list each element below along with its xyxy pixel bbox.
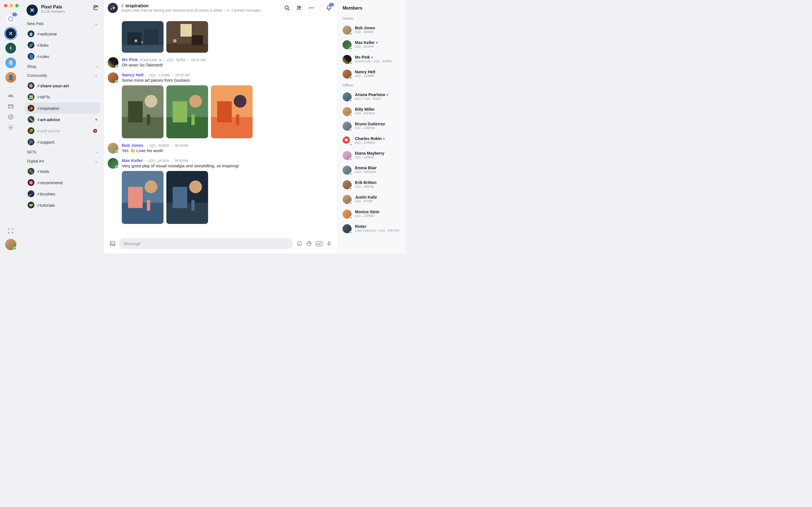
member-item[interactable]: Diana Mayberry zQ3…12B6cF — [343, 148, 403, 163]
group-digital-art[interactable]: Digital Art ⌄ — [25, 157, 100, 166]
channel-share-your-art[interactable]: 🎨 #share-your-art — [25, 80, 100, 91]
pixel-art-image[interactable] — [166, 86, 208, 138]
attach-image-button[interactable] — [109, 240, 116, 247]
member-item[interactable]: Ariana Pearlona● (Ari)•zQ3…8Ujlu7 — [343, 90, 403, 104]
members-online-header: Online — [343, 16, 403, 20]
member-avatar — [343, 210, 352, 219]
more-button[interactable] — [308, 5, 314, 11]
close-window[interactable] — [4, 4, 7, 7]
message-attachments — [122, 21, 332, 53]
member-name: Monica Stein — [355, 210, 403, 214]
channel-label: inspiration — [40, 106, 59, 111]
member-item[interactable]: Billy Miller zQ3…62P4eD — [343, 104, 403, 119]
channel-recommend[interactable]: 🎯 #recommend — [25, 177, 100, 188]
members-button[interactable] — [296, 5, 303, 11]
server-4[interactable]: 🧁 — [5, 57, 16, 68]
server-avatar[interactable] — [27, 4, 38, 16]
svg-point-24 — [145, 95, 157, 108]
member-avatar — [343, 69, 352, 78]
svg-point-3 — [10, 127, 11, 128]
compass-icon[interactable] — [7, 114, 14, 120]
group-nfts[interactable]: NFTs › — [25, 148, 100, 157]
channel-emoji: ✨ — [28, 105, 35, 112]
pixel-art-image[interactable] — [166, 21, 208, 53]
channel-inspiration[interactable]: ✨ #inspiration — [25, 103, 100, 114]
channel-tools[interactable]: 🔧 #tools — [25, 166, 100, 177]
presence-online-icon — [115, 151, 118, 154]
server-5[interactable]: 👤 — [5, 72, 16, 83]
pixel-art-image[interactable] — [122, 86, 163, 138]
member-item[interactable]: Nancy Helt zQ3…12A6fB — [343, 67, 403, 81]
member-item[interactable]: Justin Kallz zQ3…67I3tP — [343, 192, 403, 207]
member-item[interactable]: Monica Stein zQ3…12F6dC — [343, 207, 403, 221]
message-avatar[interactable] — [108, 72, 118, 83]
member-avatar — [343, 166, 352, 175]
presence-offline-icon — [349, 143, 352, 146]
group-shop[interactable]: Shop › — [25, 62, 100, 71]
chevron-down-icon: ⌄ — [94, 159, 98, 163]
direct-messages-server[interactable]: 1 — [5, 13, 16, 24]
channel-nfts[interactable]: 🖼️ #NFTs — [25, 91, 100, 103]
presence-online-icon — [115, 80, 118, 83]
channel-art-advice[interactable]: ✏️ #art-advice — [25, 114, 100, 125]
search-button[interactable] — [284, 5, 290, 11]
member-item[interactable]: Emma Blair zQ3…36O3eW — [343, 163, 403, 177]
zoom-window[interactable] — [15, 4, 18, 7]
notifications-button[interactable]: 2 — [326, 5, 332, 11]
message-avatar[interactable] — [108, 57, 118, 68]
pin-icon — [226, 9, 230, 12]
channel-links[interactable]: 🔗 #links — [25, 40, 100, 51]
message-author[interactable]: Nancy Helt — [122, 72, 144, 77]
channel-support[interactable]: 🛠️ #support — [25, 136, 100, 148]
server-3[interactable] — [5, 43, 16, 54]
rainbow-icon[interactable] — [7, 92, 14, 99]
members-title: Members — [343, 6, 403, 11]
pixelpals-server[interactable] — [5, 28, 16, 39]
members-offline-header: Offline — [343, 83, 403, 87]
pixel-art-image[interactable] — [122, 171, 163, 224]
channel-brushes[interactable]: 🖌️ #brushes — [25, 188, 100, 200]
message-author[interactable]: Max Keller — [122, 158, 143, 163]
server-member-count: 61.2K members — [41, 10, 89, 13]
svg-rect-1 — [8, 105, 13, 108]
verified-icon: ● — [376, 41, 378, 45]
member-item[interactable]: Charles Robin● zQ3…b24BAd — [343, 133, 403, 148]
emoji-button[interactable] — [297, 241, 302, 246]
svg-rect-30 — [192, 114, 195, 125]
member-item[interactable]: Ms Pink● (Carol Lee)•zQ3…9i2f8A — [343, 52, 403, 67]
message-avatar[interactable] — [108, 143, 118, 154]
member-item[interactable]: Bruno Gutierrez zQ3…u3BFBd — [343, 119, 403, 133]
member-name: Erik Britton — [355, 180, 403, 185]
new-message-button[interactable] — [93, 4, 98, 10]
group-new-pals[interactable]: New Pals ⌄ — [25, 19, 100, 28]
message-author[interactable]: Ms Pink — [122, 57, 138, 62]
sticker-button[interactable] — [306, 241, 312, 246]
channel-tutorials[interactable]: 🤝 #tutorials — [25, 200, 100, 211]
chevron-right-icon: › — [96, 150, 98, 154]
voice-button[interactable] — [326, 241, 332, 246]
presence-online-icon — [13, 247, 16, 250]
svg-point-8 — [311, 7, 312, 8]
presence-online-icon — [115, 166, 118, 169]
channel-welcome[interactable]: 🍵 #welcome — [25, 28, 100, 40]
channel-rules[interactable]: 📘 #rules — [25, 51, 100, 62]
member-item[interactable]: Bob Jones zQ3…9d4Ef0 — [343, 23, 403, 38]
message-author[interactable]: Bob Jones — [122, 143, 144, 148]
wallet-icon[interactable] — [7, 103, 14, 110]
channel-emoji: 🛠️ — [28, 138, 35, 145]
gif-button[interactable]: GIF — [316, 241, 322, 246]
current-user-avatar[interactable] — [5, 239, 16, 250]
gear-icon[interactable] — [7, 124, 14, 131]
qr-scan-icon[interactable] — [7, 228, 14, 234]
member-item[interactable]: Rioter (Jack Odinson)•zQ3…b3CFAd — [343, 221, 403, 236]
pixel-art-image[interactable] — [122, 21, 163, 53]
pixel-art-image[interactable] — [166, 171, 208, 224]
member-item[interactable]: Erik Britton zQ3…w8Er6y — [343, 177, 403, 192]
minimize-window[interactable] — [10, 4, 13, 7]
message-input[interactable]: Message — [119, 238, 293, 249]
channel-self-promo[interactable]: 🧩 #self-promo 🔕 — [25, 125, 100, 136]
pixel-art-image[interactable] — [211, 86, 253, 138]
message-avatar[interactable] — [108, 158, 118, 169]
group-community[interactable]: Community ⌄ — [25, 71, 100, 80]
member-item[interactable]: Max Keller● zQ3…pIO4Te — [343, 38, 403, 52]
